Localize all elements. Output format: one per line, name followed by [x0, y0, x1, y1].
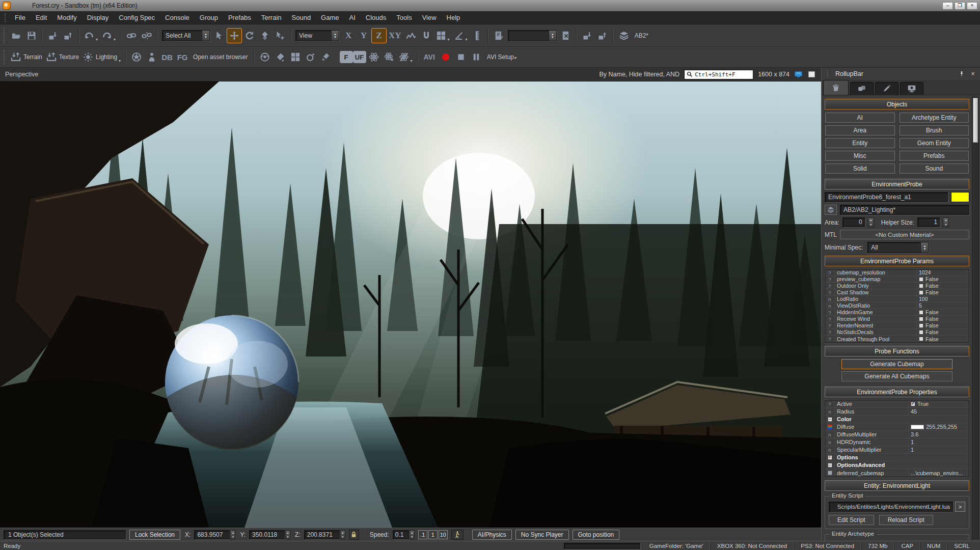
color-swatch[interactable]: [911, 425, 924, 429]
probe-properties-section-header[interactable]: EnvironmentProbe Properties: [825, 387, 969, 397]
undo-button[interactable]: ▾: [82, 28, 100, 43]
current-layer-label[interactable]: AB2*: [632, 32, 651, 39]
avi-record-button[interactable]: [438, 49, 453, 65]
menu-config-spec[interactable]: Config Spec: [114, 12, 160, 23]
table-row[interactable]: ?preview_cubemapFalse: [825, 276, 969, 283]
link-objects-button[interactable]: [124, 28, 139, 43]
combo-spinner-icon[interactable]: ▲▼: [331, 31, 339, 41]
menu-ai[interactable]: AI: [344, 12, 361, 23]
table-row[interactable]: deferred_cubemap...\cubemap_enviro...: [825, 469, 969, 477]
object-type-prefabs[interactable]: Prefabs: [900, 151, 969, 161]
ruler-button[interactable]: [470, 28, 485, 43]
selection-mask-combo[interactable]: Select All▲▼: [162, 30, 210, 41]
menu-terrain[interactable]: Terrain: [256, 12, 287, 23]
table-row[interactable]: ?RenderNearestFalse: [825, 322, 969, 329]
freeze-selected-button[interactable]: F: [340, 51, 353, 63]
table-row[interactable]: ?NoStaticDecalsFalse: [825, 329, 969, 336]
reload-script-button[interactable]: Reload Script: [879, 515, 933, 525]
param-value[interactable]: ✔True: [909, 401, 969, 407]
menu-display[interactable]: Display: [82, 12, 114, 23]
table-row[interactable]: nViewDistRatio5: [825, 302, 969, 309]
rotate-tool-button[interactable]: [242, 28, 257, 43]
capture-monitor-icon[interactable]: [794, 70, 803, 78]
select-tool-button[interactable]: [211, 28, 227, 43]
z-spinner[interactable]: ▲▼: [340, 530, 345, 539]
coordinate-system-combo[interactable]: View▲▼: [295, 30, 339, 41]
dropdown-caret-icon[interactable]: ▾: [411, 59, 413, 63]
script-more-button[interactable]: >: [955, 502, 965, 512]
x-spinner[interactable]: ▲▼: [230, 530, 235, 539]
pin-icon[interactable]: [958, 70, 966, 78]
open-asset-browser-button[interactable]: Open asset browser: [190, 53, 251, 61]
object-type-entity[interactable]: Entity: [825, 138, 895, 148]
move-tool-button[interactable]: [227, 28, 242, 43]
probe-layer-field[interactable]: AB2/AB2_Lighting*: [840, 205, 969, 215]
unlink-objects-button[interactable]: [139, 28, 154, 43]
menu-tools[interactable]: Tools: [391, 12, 417, 23]
area-spinner[interactable]: ▲▼: [868, 217, 874, 227]
select-move-terrain-button[interactable]: [273, 28, 288, 43]
menu-help[interactable]: Help: [442, 12, 466, 23]
checkbox-unchecked-icon[interactable]: [919, 330, 923, 335]
lighting-settings-button[interactable]: Lighting▾: [81, 49, 123, 65]
lock-axis-icon[interactable]: [349, 530, 359, 540]
menu-game[interactable]: Game: [316, 12, 344, 23]
ai-physics-button[interactable]: AI/Physics: [472, 530, 512, 540]
table-row[interactable]: nLodRatio100: [825, 296, 969, 302]
table-row[interactable]: ?Cast ShadowFalse: [825, 289, 969, 296]
checkbox-unchecked-icon[interactable]: [919, 310, 923, 315]
no-sync-player-button[interactable]: No Sync Player: [515, 530, 569, 540]
table-row[interactable]: +Options: [825, 454, 969, 461]
viewport-settings-icon[interactable]: [807, 70, 816, 78]
area-field[interactable]: 0: [842, 217, 865, 227]
avi-setup-button[interactable]: AVI Setup.▾: [484, 53, 520, 61]
scale-tool-button[interactable]: [257, 28, 273, 43]
object-type-geom-entity[interactable]: Geom Entity: [900, 138, 969, 148]
dropdown-caret-icon[interactable]: ▾: [119, 59, 121, 63]
object-type-area[interactable]: Area: [825, 125, 895, 135]
speed-field[interactable]: 0.1: [393, 530, 409, 539]
table-row[interactable]: ?cubemap_resolution1024: [825, 269, 969, 276]
checkbox-unchecked-icon[interactable]: [919, 277, 923, 282]
goto-position-button[interactable]: Goto position: [573, 530, 620, 540]
rollup-scrollbar[interactable]: [972, 97, 979, 539]
constrain-y-button[interactable]: Y: [356, 28, 371, 43]
generate-texture-button[interactable]: Texture: [44, 49, 81, 65]
param-value[interactable]: 1: [909, 447, 969, 453]
checkbox-unchecked-icon[interactable]: [919, 323, 923, 328]
avi-stop-button[interactable]: [453, 49, 469, 65]
helper-size-spinner[interactable]: ▲▼: [943, 217, 949, 227]
table-row[interactable]: ?HiddenInGameFalse: [825, 309, 969, 316]
custom-material-button[interactable]: <No Custom Material>: [840, 230, 969, 239]
object-type-solid[interactable]: Solid: [825, 163, 895, 174]
physics-simulate-button[interactable]: ▾: [397, 49, 415, 65]
constrain-x-button[interactable]: X: [341, 28, 356, 43]
material-editor-button[interactable]: [257, 49, 273, 65]
param-value[interactable]: 100: [917, 296, 969, 302]
environmentprobe-section-header[interactable]: EnvironmentProbe: [825, 179, 969, 189]
dropdown-caret-icon[interactable]: ▾: [96, 37, 98, 42]
edit-script-button[interactable]: Edit Script: [829, 515, 874, 525]
menu-modify[interactable]: Modify: [52, 12, 81, 23]
constrain-z-button[interactable]: Z: [371, 28, 387, 43]
collapse-icon[interactable]: −: [828, 417, 832, 422]
expand-icon[interactable]: +: [828, 455, 832, 460]
speed-preset-10[interactable]: 10: [439, 530, 448, 539]
avi-label[interactable]: AVI: [421, 53, 438, 61]
table-row[interactable]: ?Outdoor OnlyFalse: [825, 283, 969, 289]
viewport-canvas[interactable]: [0, 81, 821, 528]
param-value[interactable]: 1: [909, 439, 969, 445]
minimal-spec-combo[interactable]: All ▲▼: [867, 242, 929, 253]
speed-spinner[interactable]: ▲▼: [410, 530, 415, 539]
object-type-archetype-entity[interactable]: Archetype Entity: [900, 113, 969, 123]
checkbox-unchecked-icon[interactable]: [919, 284, 923, 288]
switch-to-game-button[interactable]: [129, 49, 144, 65]
menu-file[interactable]: File: [10, 12, 31, 23]
open-level-button[interactable]: [9, 28, 24, 43]
table-row[interactable]: ?Receive WindFalse: [825, 316, 969, 322]
named-selection-delete-button[interactable]: [558, 28, 574, 43]
checkbox-unchecked-icon[interactable]: [919, 290, 923, 295]
object-type-misc[interactable]: Misc: [825, 151, 895, 161]
param-value[interactable]: False: [917, 329, 969, 335]
close-button[interactable]: ×: [967, 2, 977, 10]
